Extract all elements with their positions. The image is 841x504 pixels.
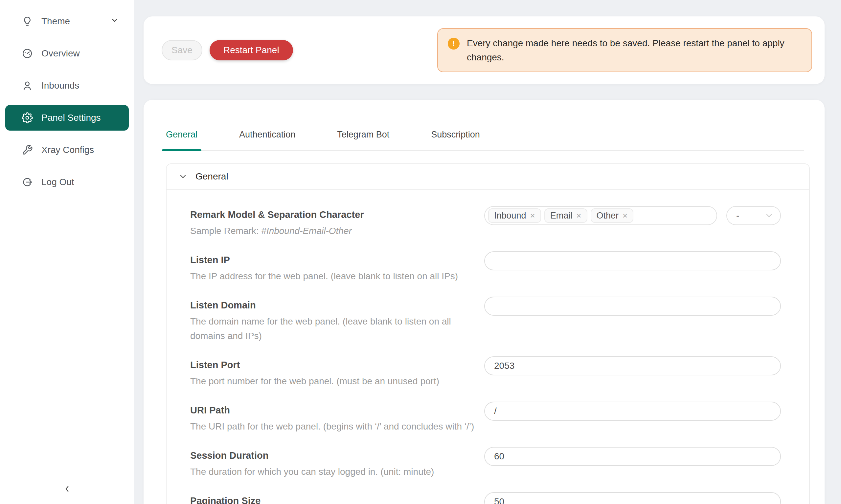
settings-tabs: General Authentication Telegram Bot Subs…	[164, 100, 804, 151]
field-label: Remark Model & Separation Character	[190, 208, 474, 221]
field-description: The port number for the web panel. (must…	[190, 374, 474, 389]
separation-character-select[interactable]: -	[726, 206, 781, 225]
section-title: General	[195, 171, 228, 182]
sidebar-item-inbounds[interactable]: Inbounds	[5, 73, 129, 98]
tag-inbound: Inbound ×	[488, 209, 541, 223]
form-row-listen-ip: Listen IP The IP address for the web pan…	[190, 253, 781, 284]
tag-other: Other ×	[591, 209, 634, 223]
field-label: Listen Port	[190, 358, 474, 372]
field-description: The duration for which you can stay logg…	[190, 465, 474, 479]
form-row-pagination-size: Pagination Size	[190, 494, 781, 504]
tag-remove-icon[interactable]: ×	[622, 211, 628, 220]
pagination-size-input[interactable]	[484, 492, 781, 504]
sidebar: Theme Overview Inbounds Panel Settings X…	[0, 0, 134, 504]
listen-domain-input[interactable]	[484, 296, 781, 316]
gear-icon	[22, 112, 33, 123]
toolbar-card: Save Restart Panel ! Every change made h…	[143, 16, 825, 84]
settings-card: General Authentication Telegram Bot Subs…	[143, 100, 825, 504]
logout-icon	[22, 177, 33, 188]
field-label: Pagination Size	[190, 494, 474, 504]
sidebar-item-panel-settings[interactable]: Panel Settings	[5, 105, 129, 131]
dashboard-icon	[22, 48, 33, 59]
select-value: -	[736, 210, 739, 221]
tag-remove-icon[interactable]: ×	[576, 211, 581, 220]
warning-circle-icon: !	[448, 38, 460, 50]
restart-warning-alert: ! Every change made here needs to be sav…	[437, 28, 812, 73]
wrench-icon	[22, 144, 33, 156]
chevron-down-icon	[765, 212, 773, 219]
sidebar-item-log-out[interactable]: Log Out	[5, 169, 129, 195]
tab-subscription[interactable]: Subscription	[431, 129, 480, 150]
session-duration-input[interactable]	[484, 447, 781, 466]
sidebar-collapse-button[interactable]	[57, 479, 77, 499]
form-row-remark-model: Remark Model & Separation Character Samp…	[190, 208, 781, 238]
tag-email: Email ×	[544, 209, 587, 223]
field-description: The domain name for the web panel. (leav…	[190, 314, 474, 343]
sidebar-item-overview[interactable]: Overview	[5, 41, 129, 66]
restart-panel-button[interactable]: Restart Panel	[210, 40, 293, 60]
field-description: The IP address for the web panel. (leave…	[190, 269, 474, 284]
chevron-down-icon	[110, 16, 119, 27]
tag-remove-icon[interactable]: ×	[530, 211, 535, 220]
user-icon	[22, 80, 33, 91]
tab-general[interactable]: General	[166, 129, 198, 150]
field-description: Sample Remark: #Inbound-Email-Other	[190, 224, 474, 238]
field-label: Session Duration	[190, 449, 474, 462]
general-section-header[interactable]: General	[167, 164, 809, 190]
sidebar-item-label: Panel Settings	[41, 112, 101, 123]
save-button[interactable]: Save	[161, 40, 202, 60]
sidebar-item-label: Inbounds	[41, 80, 79, 91]
sidebar-item-xray-configs[interactable]: Xray Configs	[5, 137, 129, 163]
chevron-left-icon	[62, 484, 72, 494]
tab-telegram-bot[interactable]: Telegram Bot	[337, 129, 389, 150]
general-collapse-panel: General Remark Model & Separation Charac…	[166, 163, 810, 504]
field-description: The URI path for the web panel. (begins …	[190, 419, 474, 434]
sidebar-item-label: Log Out	[41, 177, 74, 187]
form-row-uri-path: URI Path The URI path for the web panel.…	[190, 403, 781, 434]
sidebar-item-label: Xray Configs	[41, 145, 94, 155]
general-section-body: Remark Model & Separation Character Samp…	[167, 190, 809, 504]
form-row-listen-port: Listen Port The port number for the web …	[190, 358, 781, 389]
remark-model-tags-input[interactable]: Inbound × Email × Other ×	[484, 206, 717, 225]
form-row-listen-domain: Listen Domain The domain name for the we…	[190, 299, 781, 343]
sample-remark-value: #Inbound-Email-Other	[261, 226, 351, 236]
form-row-session-duration: Session Duration The duration for which …	[190, 449, 781, 479]
field-label: URI Path	[190, 403, 474, 417]
tab-authentication[interactable]: Authentication	[239, 129, 295, 150]
sidebar-item-label: Overview	[41, 48, 80, 59]
listen-port-input[interactable]	[484, 356, 781, 375]
field-label: Listen IP	[190, 253, 474, 267]
field-label: Listen Domain	[190, 299, 474, 312]
alert-text: Every change made here needs to be saved…	[467, 36, 802, 65]
uri-path-input[interactable]	[484, 402, 781, 421]
main-content: Save Restart Panel ! Every change made h…	[134, 0, 841, 504]
chevron-down-icon	[179, 173, 187, 180]
lightbulb-icon	[22, 16, 33, 27]
sidebar-item-label: Theme	[41, 16, 70, 26]
sidebar-item-theme[interactable]: Theme	[5, 8, 129, 34]
listen-ip-input[interactable]	[484, 251, 781, 270]
